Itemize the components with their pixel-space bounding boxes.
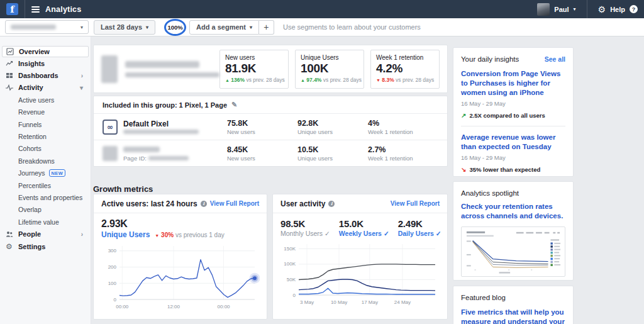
sidebar-item-journeys[interactable]: Journeys NEW [0,167,91,179]
hamburger-menu-icon[interactable] [31,6,40,13]
add-segment-plus-button[interactable]: + [259,20,274,35]
pixel-icon: ∞ [103,120,118,135]
insight-headline[interactable]: Conversion from Page Views to Purchases … [461,69,565,98]
date-range-button[interactable]: Last 28 days ▾ [94,20,155,35]
entity-avatar-redacted [101,55,118,83]
see-all-link[interactable]: See all [545,55,565,63]
group-note: Included in this group: 1 Pixel, 1 Page [103,101,227,109]
chevron-down-icon: ▾ [250,25,252,30]
svg-text:50K: 50K [287,277,296,282]
analytics-spotlight-card: Analytics spotlight Check your retention… [453,181,574,281]
entity-subtitle-redacted [125,72,219,77]
insight-date-range: 16 May - 29 May [461,100,565,107]
sidebar-item-active-users[interactable]: Active users [0,94,91,106]
table-row[interactable]: Page ID: 8.45KNew users 10.5KUnique user… [94,140,447,167]
sidebar-item-settings[interactable]: ⚙ Settings [0,240,91,252]
check-icon: ✓ [384,230,389,237]
chevron-down-icon: ▾ [80,25,83,30]
insight-headline[interactable]: Average revenue was lower than expected … [461,133,565,152]
sidebar-item-funnels[interactable]: Funnels [0,118,91,130]
gear-icon[interactable]: ⚙ [598,5,606,14]
entity-name-redacted [125,61,199,68]
account-selector[interactable]: ▾ [5,20,89,34]
daily-insights-card: Your daily insights See all Conversion f… [453,47,574,177]
redacted-page-thumbnail [103,146,118,161]
arrow-up-icon: ▲ [225,78,230,82]
sidebar-item-insights[interactable]: Insights [0,57,91,69]
svg-text:24 May: 24 May [394,299,411,305]
svg-text:00:00: 00:00 [116,304,129,310]
chevron-right-icon: › [81,231,86,238]
sidebar-item-overview[interactable]: Overview [2,46,89,57]
redacted-page-id [148,156,189,160]
user-name[interactable]: Paul [554,6,569,13]
redacted-page-name [123,147,160,152]
weekly-users-stat[interactable]: 15.0K Weekly Users ✓ [339,218,389,237]
view-full-report-link[interactable]: View Full Report [391,200,440,207]
spotlight-thumbnail[interactable] [461,226,565,277]
table-row[interactable]: ∞ Default Pixel 75.8KNew users 92.8KUniq… [94,114,447,140]
sidebar-item-percentiles[interactable]: Percentiles [0,179,91,191]
segments-hint-text: Use segments to learn about your custome… [283,23,421,31]
insight-date-range: 16 May - 29 May [461,154,565,161]
activity-icon [5,84,13,92]
user-activity-chart-card: User activityi View Full Report 98.5K Mo… [272,194,448,320]
view-full-report-link[interactable]: View Full Report [210,200,259,207]
daily-users-stat[interactable]: 2.49K Daily Users ✓ [398,218,441,237]
sidebar-item-events-and-properties[interactable]: Events and properties [0,191,91,203]
spotlight-headline[interactable]: Check your retention rates across channe… [461,202,565,221]
svg-text:3 May: 3 May [300,299,314,305]
add-segment-button[interactable]: Add a segment ▾ [189,20,259,35]
toolbar: ▾ Last 28 days ▾ 100% Add a segment ▾ + … [0,18,644,36]
zoom-level-annotation: 100% [164,19,186,36]
chevron-down-icon: ▾ [146,25,148,30]
blog-headline[interactable]: Five metrics that will help you measure … [461,308,565,324]
sidebar-item-dashboards[interactable]: Dashboards › [0,69,91,81]
info-icon[interactable]: i [328,201,335,207]
daily-insights-title: Your daily insights [461,55,519,63]
overview-icon [6,48,14,56]
edit-pencil-icon[interactable]: ✎ [231,101,237,109]
user-avatar[interactable] [537,3,550,16]
sidebar-item-retention[interactable]: Retention [0,130,91,142]
svg-text:10 May: 10 May [331,299,347,305]
sidebar-item-cohorts[interactable]: Cohorts [0,143,91,155]
nav-divider [25,0,25,18]
sidebar-item-lifetime-value[interactable]: Lifetime value [0,216,91,228]
facebook-logo[interactable]: f [6,3,18,15]
svg-text:00:00: 00:00 [218,304,231,310]
sidebar-item-overlap[interactable]: Overlap [0,204,91,216]
info-icon[interactable]: i [201,201,207,207]
sidebar-item-breakdowns[interactable]: Breakdowns [0,155,91,167]
svg-text:0: 0 [293,293,296,298]
app-title: Analytics [45,5,81,14]
stat-week1-retention: Week 1 retention 4.2% ▼ 8.3% vs prev. 28… [370,50,440,89]
sidebar-item-activity[interactable]: Activity ▾ [0,82,91,94]
monthly-users-stat[interactable]: 98.5K Monthly Users ✓ [280,218,330,237]
chart-title: User activity [280,199,325,208]
help-icon[interactable]: ? [630,5,638,13]
settings-gear-icon: ⚙ [5,242,13,250]
featured-blog-title: Featured blog [461,294,565,301]
sidebar-item-people[interactable]: People › [0,228,91,240]
new-badge: NEW [49,169,65,177]
active-users-line-chart[interactable]: 010020030000:0012:0000:00 [101,242,260,312]
arrow-down-icon: ▼ [155,233,159,238]
people-icon [5,230,13,238]
growth-metrics-heading: Growth metrics [93,184,153,194]
arrow-down-icon: ▼ [376,78,380,82]
svg-text:300: 300 [108,248,117,254]
chevron-down-icon[interactable]: ▾ [574,6,576,12]
user-activity-line-chart[interactable]: 050K100K150K3 May10 May17 May24 May [280,240,440,308]
redacted-account-name [11,25,56,30]
redacted-pixel-id [123,130,199,134]
sidebar: Overview Insights Dashboards › Activity … [0,36,91,324]
trend-up-icon: ↗ [461,112,466,119]
help-label[interactable]: Help [610,6,625,13]
spotlight-title: Analytics spotlight [461,189,565,197]
nav-divider [587,0,587,18]
group-sources-card: Included in this group: 1 Pixel, 1 Page … [93,96,448,167]
sidebar-item-revenue[interactable]: Revenue [0,106,91,118]
chevron-right-icon: › [81,72,86,79]
insights-icon [5,59,13,67]
